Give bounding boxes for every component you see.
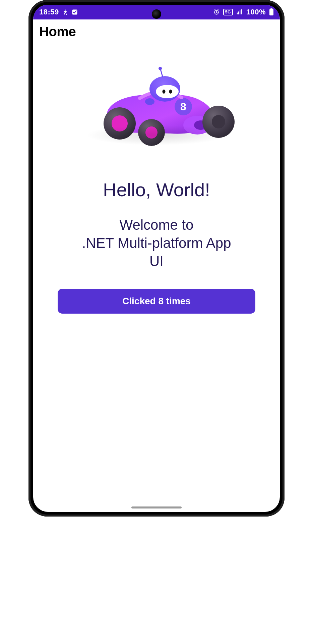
main-content: 8 — [33, 42, 280, 512]
status-right: 5G 100% — [213, 8, 274, 16]
title-bar: Home — [33, 19, 280, 42]
svg-rect-7 — [270, 8, 272, 9]
svg-rect-6 — [241, 9, 242, 14]
gesture-bar-icon — [131, 506, 182, 508]
page-title: Home — [39, 24, 274, 39]
subhead-line2: .NET Multi-platform App — [82, 235, 231, 251]
alarm-icon — [213, 9, 220, 15]
svg-rect-5 — [240, 10, 241, 14]
svg-point-22 — [163, 90, 166, 94]
cell-signal-icon — [236, 9, 243, 15]
svg-point-23 — [169, 90, 172, 94]
headline-text: Hello, World! — [103, 179, 210, 201]
click-counter-button[interactable]: Clicked 8 times — [58, 289, 255, 314]
accessibility-icon — [62, 9, 68, 15]
subhead-line1: Welcome to — [120, 217, 194, 233]
status-time: 18:59 — [39, 8, 59, 16]
hero-shadow-icon — [86, 125, 227, 145]
battery-icon — [269, 8, 274, 16]
svg-rect-8 — [269, 9, 273, 15]
svg-line-19 — [161, 69, 163, 76]
battery-percentage: 100% — [246, 8, 266, 16]
svg-point-24 — [145, 98, 154, 105]
status-left: 18:59 — [39, 8, 78, 16]
subhead-line3: UI — [149, 253, 164, 269]
hero-image: 8 — [69, 58, 244, 152]
svg-point-21 — [156, 85, 179, 98]
svg-point-20 — [159, 67, 162, 70]
network-5g-icon: 5G — [223, 9, 233, 15]
camera-hole-icon — [152, 9, 161, 19]
phone-frame: 18:59 5G 100% — [28, 0, 285, 517]
svg-point-17 — [212, 115, 225, 128]
screen: 18:59 5G 100% — [33, 5, 280, 512]
checkbox-icon — [72, 9, 78, 15]
svg-rect-3 — [237, 13, 238, 14]
svg-rect-4 — [238, 11, 239, 14]
svg-point-0 — [65, 10, 66, 11]
subhead-text: Welcome to .NET Multi-platform App UI — [82, 216, 231, 270]
car-number: 8 — [180, 101, 186, 113]
